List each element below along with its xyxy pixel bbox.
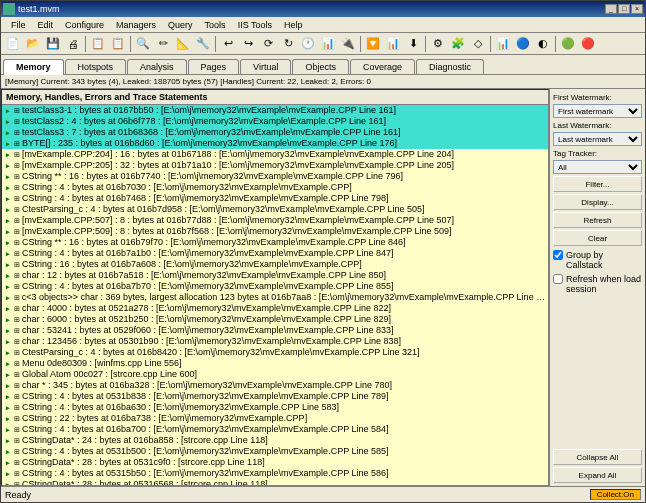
memory-row[interactable]: ▸⊞CString : 4 : bytes at 016b7a1b0 : [E:… xyxy=(2,248,548,259)
memory-row[interactable]: ▸⊞c<3 objects>> char : 369 bytes, larges… xyxy=(2,292,548,303)
expand-icon[interactable]: ▸ xyxy=(4,118,12,126)
tree-icon[interactable]: ⊞ xyxy=(13,272,21,280)
tree-icon[interactable]: ⊞ xyxy=(13,261,21,269)
tree-icon[interactable]: ⊞ xyxy=(13,250,21,258)
toolbar-button[interactable]: ⚙ xyxy=(429,35,447,53)
menu-edit[interactable]: Edit xyxy=(32,19,60,31)
toolbar-button[interactable]: 📂 xyxy=(24,35,42,53)
tab-memory[interactable]: Memory xyxy=(3,59,64,75)
toolbar-button[interactable]: ↻ xyxy=(279,35,297,53)
expand-icon[interactable]: ▸ xyxy=(4,426,12,434)
tree-icon[interactable]: ⊞ xyxy=(13,195,21,203)
memory-row[interactable]: ▸⊞CString : 4 : bytes at 016ba700 : [E:\… xyxy=(2,424,548,435)
memory-row[interactable]: ▸⊞char : 123456 : bytes at 05301b90 : [E… xyxy=(2,336,548,347)
expand-all-button[interactable]: Expand All xyxy=(553,467,642,483)
toolbar-button[interactable]: ↪ xyxy=(239,35,257,53)
toolbar-button[interactable]: ⬇ xyxy=(404,35,422,53)
memory-row[interactable]: ▸⊞CString : 4 : bytes at 016ba630 : [E:\… xyxy=(2,402,548,413)
tree-icon[interactable]: ⊞ xyxy=(13,481,21,486)
close-button[interactable]: × xyxy=(631,4,643,14)
expand-icon[interactable]: ▸ xyxy=(4,393,12,401)
memory-row[interactable]: ▸⊞[mvExample.CPP:507] : 8 : bytes at 016… xyxy=(2,215,548,226)
tree-icon[interactable]: ⊞ xyxy=(13,382,21,390)
memory-row[interactable]: ▸⊞CString : 4 : bytes at 016b7030 : [E:\… xyxy=(2,182,548,193)
tree-icon[interactable]: ⊞ xyxy=(13,426,21,434)
expand-icon[interactable]: ▸ xyxy=(4,195,12,203)
memory-row[interactable]: ▸⊞CStringData* : 28 : bytes at 05316568 … xyxy=(2,479,548,485)
tree-icon[interactable]: ⊞ xyxy=(13,217,21,225)
expand-icon[interactable]: ▸ xyxy=(4,382,12,390)
expand-icon[interactable]: ▸ xyxy=(4,206,12,214)
toolbar-button[interactable]: ◇ xyxy=(469,35,487,53)
expand-icon[interactable]: ▸ xyxy=(4,283,12,291)
tree-icon[interactable]: ⊞ xyxy=(13,470,21,478)
tab-virtual[interactable]: Virtual xyxy=(240,59,291,74)
memory-row[interactable]: ▸⊞CString ** : 16 : bytes at 016b7740 : … xyxy=(2,171,548,182)
memory-row[interactable]: ▸⊞CString : 22 : bytes at 016ba738 : [E:… xyxy=(2,413,548,424)
memory-row[interactable]: ▸⊞testClass3-1 : bytes at 0167bb50 : [E:… xyxy=(2,105,548,116)
expand-icon[interactable]: ▸ xyxy=(4,140,12,148)
memory-row[interactable]: ▸⊞CStringData* : 28 : bytes at 0531c9f0 … xyxy=(2,457,548,468)
memory-row[interactable]: ▸⊞CString : 4 : bytes at 016ba7b70 : [E:… xyxy=(2,281,548,292)
memory-row[interactable]: ▸⊞Global Atom 00c027 : [strcore.cpp Line… xyxy=(2,369,548,380)
expand-icon[interactable]: ▸ xyxy=(4,327,12,335)
toolbar-button[interactable]: 🔧 xyxy=(194,35,212,53)
toolbar-button[interactable]: 🔴 xyxy=(579,35,597,53)
expand-icon[interactable]: ▸ xyxy=(4,272,12,280)
collapse-all-button[interactable]: Collapse All xyxy=(553,449,642,465)
toolbar-button[interactable]: 📄 xyxy=(4,35,22,53)
toolbar-button[interactable]: ⟳ xyxy=(259,35,277,53)
memory-row[interactable]: ▸⊞CString : 4 : bytes at 0531b838 : [E:\… xyxy=(2,391,548,402)
toolbar-button[interactable]: 🔌 xyxy=(339,35,357,53)
memory-row[interactable]: ▸⊞CtestParsing_c : 4 : bytes at 016b7d95… xyxy=(2,204,548,215)
tree-icon[interactable]: ⊞ xyxy=(13,239,21,247)
toolbar-button[interactable]: 📋 xyxy=(109,35,127,53)
tree-icon[interactable]: ⊞ xyxy=(13,107,21,115)
memory-row[interactable]: ▸⊞testClass2 : 4 : bytes at 06b6f778 : [… xyxy=(2,116,548,127)
tab-objects[interactable]: Objects xyxy=(292,59,349,74)
menu-file[interactable]: File xyxy=(5,19,32,31)
group-callstack-check[interactable]: Group by Callstack xyxy=(553,250,642,270)
tree-icon[interactable]: ⊞ xyxy=(13,206,21,214)
tree-icon[interactable]: ⊞ xyxy=(13,184,21,192)
tree-icon[interactable]: ⊞ xyxy=(13,327,21,335)
menu-tools[interactable]: Tools xyxy=(199,19,232,31)
memory-row[interactable]: ▸⊞[mvExample.CPP:509] : 8 : bytes at 016… xyxy=(2,226,548,237)
tree-icon[interactable]: ⊞ xyxy=(13,393,21,401)
minimize-button[interactable]: _ xyxy=(605,4,617,14)
expand-icon[interactable]: ▸ xyxy=(4,129,12,137)
tree-icon[interactable]: ⊞ xyxy=(13,118,21,126)
toolbar-button[interactable]: 🔍 xyxy=(134,35,152,53)
expand-icon[interactable]: ▸ xyxy=(4,184,12,192)
tree-icon[interactable]: ⊞ xyxy=(13,228,21,236)
tab-hotspots[interactable]: Hotspots xyxy=(65,59,127,74)
memory-row[interactable]: ▸⊞Menu 0de80309 : [winfms.cpp Line 556] xyxy=(2,358,548,369)
tree-icon[interactable]: ⊞ xyxy=(13,404,21,412)
toolbar-button[interactable]: 🧩 xyxy=(449,35,467,53)
tab-analysis[interactable]: Analysis xyxy=(127,59,187,74)
toolbar-button[interactable]: 🕐 xyxy=(299,35,317,53)
tree-icon[interactable]: ⊞ xyxy=(13,305,21,313)
tree-icon[interactable]: ⊞ xyxy=(13,349,21,357)
toolbar-button[interactable]: 📊 xyxy=(319,35,337,53)
tree-icon[interactable]: ⊞ xyxy=(13,283,21,291)
toolbar-button[interactable]: 📊 xyxy=(494,35,512,53)
toolbar-button[interactable]: 📋 xyxy=(89,35,107,53)
tree-icon[interactable]: ⊞ xyxy=(13,316,21,324)
memory-row[interactable]: ▸⊞char : 53241 : bytes at 0529f060 : [E:… xyxy=(2,325,548,336)
memory-row[interactable]: ▸⊞char : 12 : bytes at 016b7a518 : [E:\o… xyxy=(2,270,548,281)
memory-row[interactable]: ▸⊞CString : 4 : bytes at 0531b500 : [E:\… xyxy=(2,446,548,457)
first-watermark-select[interactable]: First watermark xyxy=(553,104,642,118)
memory-row[interactable]: ▸⊞BYTE[] : 235 : bytes at 016b8d60 : [E:… xyxy=(2,138,548,149)
tree-icon[interactable]: ⊞ xyxy=(13,459,21,467)
maximize-button[interactable]: □ xyxy=(618,4,630,14)
tree-icon[interactable]: ⊞ xyxy=(13,448,21,456)
memory-row[interactable]: ▸⊞[mvExample.CPP:205] : 32 : bytes at 01… xyxy=(2,160,548,171)
tree-icon[interactable]: ⊞ xyxy=(13,162,21,170)
expand-icon[interactable]: ▸ xyxy=(4,404,12,412)
expand-icon[interactable]: ▸ xyxy=(4,437,12,445)
refresh-button[interactable]: Refresh xyxy=(553,212,642,228)
refresh-load-check[interactable]: Refresh when load session xyxy=(553,274,642,294)
expand-icon[interactable]: ▸ xyxy=(4,470,12,478)
tree-icon[interactable]: ⊞ xyxy=(13,437,21,445)
